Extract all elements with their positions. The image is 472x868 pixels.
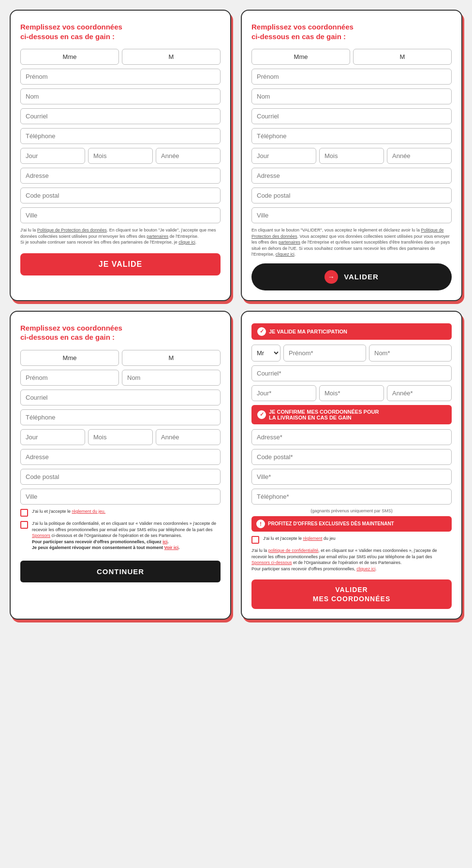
jour-input[interactable] [20,148,85,164]
gender-m[interactable]: M [122,350,221,366]
gender-mme[interactable]: Mme [20,350,119,366]
prenom-input[interactable] [251,69,452,85]
date-row [251,385,452,401]
checkbox-label-br-1: J'ai lu et j'accepte le règlement du jeu [263,535,336,542]
codepostal-row [20,188,221,203]
checkbox-br-1[interactable] [251,536,259,544]
valider-button[interactable]: → VALIDER [251,263,452,290]
continuer-button[interactable]: CONTINUER [20,561,221,582]
annee-input[interactable] [156,429,221,445]
sponsors-link[interactable]: Sponsors [32,533,50,538]
privacy-text: En cliquant sur le bouton "VALIDER", vou… [251,227,452,258]
checkbox-row-br-1: J'ai lu et j'accepte le règlement du jeu [251,535,452,544]
gender-row: Mme M [20,350,221,366]
mois-input[interactable] [319,148,384,164]
cliquez-link[interactable]: cliquez ici [356,566,375,571]
mr-prenom-nom-row: Mr Mme [251,345,452,362]
prenom-input[interactable] [20,370,119,386]
gender-m[interactable]: M [122,49,221,65]
gender-mme[interactable]: Mme [251,49,350,65]
adresse-row [20,449,221,465]
checkbox-row-1: J'ai lu et j'accepte le règlement du jeu… [20,508,221,517]
banner-offres-label: PROFITEZ D'OFFRES EXCLUSIVES DÈS MAINTEN… [268,521,394,526]
card-top-right-title: Remplissez vos coordonnéesci-dessous en … [251,22,452,41]
banner-offres: ! PROFITEZ D'OFFRES EXCLUSIVES DÈS MAINT… [251,516,452,532]
prenom-nom-row [20,370,221,386]
date-row [20,429,221,445]
gender-m[interactable]: M [353,49,452,65]
annee-input[interactable] [387,385,452,401]
codepostal-row [251,449,452,465]
banner-participation-label: JE VALIDE MA PARTICIPATION [269,329,347,334]
sponsors-link-2[interactable]: Sponsors ci-dessous [251,560,292,565]
checkbox-1[interactable] [20,509,28,517]
reglement-link[interactable]: règlement [303,536,322,541]
adresse-input[interactable] [20,168,221,184]
mois-input[interactable] [88,148,153,164]
ville-row [251,207,452,223]
telephone-row [251,128,452,144]
ville-input[interactable] [251,469,452,485]
checkbox-label-2: J'ai lu la politique de confidentialité,… [32,521,221,551]
civilite-select[interactable]: Mr Mme [251,345,280,362]
ville-input[interactable] [20,207,221,223]
codepostal-input[interactable] [20,469,221,485]
codepostal-input[interactable] [251,449,452,465]
adresse-input[interactable] [251,429,452,445]
courriel-input[interactable] [20,108,221,124]
submit-button[interactable]: JE VALIDE [20,253,221,275]
telephone-row [20,409,221,425]
checkbox-2[interactable] [20,521,28,529]
nom-input[interactable] [122,370,221,386]
jour-input[interactable] [251,385,316,401]
jour-input[interactable] [251,148,316,164]
arrow-icon: → [324,270,338,284]
banner-participation: ✓ JE VALIDE MA PARTICIPATION [251,323,452,340]
ville-row [20,207,221,223]
courriel-row [20,390,221,405]
no-offers-link[interactable]: ici [162,539,167,544]
ville-input[interactable] [20,489,221,505]
telephone-input[interactable] [20,128,221,144]
card-bottom-right: ✓ JE VALIDE MA PARTICIPATION Mr Mme ✓ JE… [241,311,462,620]
adresse-row [20,168,221,184]
reglement-link[interactable]: règlement du jeu. [72,509,105,514]
prenom-input[interactable] [20,69,221,85]
annee-input[interactable] [156,148,221,164]
valider-coordonnees-button[interactable]: VALIDERMES COORDONNÉES [251,579,452,608]
mois-input[interactable] [88,429,153,445]
voir-link[interactable]: Voir ici [164,545,178,550]
mois-input[interactable] [319,385,384,401]
adresse-input[interactable] [251,168,452,184]
politique-link[interactable]: politique de confidentialité [268,548,319,553]
jour-input[interactable] [20,429,85,445]
card-top-left: Remplissez vos coordonnéesci-dessous en … [10,10,231,301]
codepostal-input[interactable] [251,188,452,203]
gender-row: Mme M [251,49,452,65]
telephone-row [251,489,452,505]
telephone-input[interactable] [20,409,221,425]
courriel-input[interactable] [20,390,221,405]
courriel-input[interactable] [251,365,452,381]
telephone-input[interactable] [251,128,452,144]
courriel-row [251,108,452,124]
banner-livraison-label: JE CONFIRME MES COORDONNÉES POURLA LIVRA… [269,409,379,420]
adresse-row [251,429,452,445]
courriel-row [251,365,452,381]
ville-input[interactable] [251,207,452,223]
ville-row [251,469,452,485]
codepostal-input[interactable] [20,188,221,203]
nom-input[interactable] [251,88,452,104]
codepostal-row [20,469,221,485]
annee-input[interactable] [387,148,452,164]
nom-input[interactable] [369,345,452,362]
nom-row [20,88,221,104]
adresse-input[interactable] [20,449,221,465]
nom-input[interactable] [20,88,221,104]
gender-mme[interactable]: Mme [20,49,119,65]
prenom-row [20,69,221,85]
prenom-input[interactable] [283,345,366,362]
courriel-input[interactable] [251,108,452,124]
card-top-right: Remplissez vos coordonnéesci-dessous en … [241,10,462,301]
telephone-input[interactable] [251,489,452,505]
